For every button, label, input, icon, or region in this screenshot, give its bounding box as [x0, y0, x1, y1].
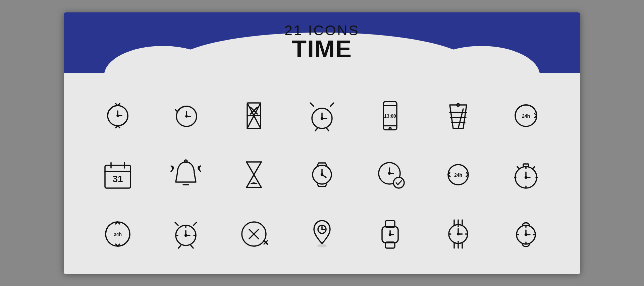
icon-phone-time: 13:00	[370, 96, 410, 136]
svg-point-106	[525, 234, 527, 236]
svg-point-70	[185, 235, 187, 236]
svg-text:31: 31	[113, 174, 123, 184]
svg-text:24h: 24h	[522, 113, 530, 119]
svg-point-44	[321, 174, 323, 176]
icon-ringing-bell	[166, 155, 206, 195]
svg-line-66	[194, 222, 197, 225]
svg-line-65	[175, 222, 178, 225]
svg-point-23	[389, 127, 391, 129]
svg-point-48	[388, 173, 390, 174]
icon-analog-watch	[438, 214, 478, 254]
svg-line-71	[178, 245, 181, 248]
svg-line-18	[315, 128, 317, 131]
icon-round-watch	[506, 214, 546, 254]
main-frame: 21 ICONS TIME	[64, 12, 580, 274]
icon-alarm-clock-2	[166, 214, 206, 254]
svg-point-38	[184, 160, 187, 163]
svg-text:13:00: 13:00	[384, 113, 396, 119]
svg-point-17	[321, 117, 323, 119]
svg-text:24h: 24h	[114, 232, 122, 237]
icon-smartwatch	[370, 214, 410, 254]
icon-cancel-clock	[234, 214, 274, 254]
icon-row-3: 24h	[84, 214, 560, 254]
icon-row-2: 31	[84, 155, 560, 195]
icon-hourglass	[234, 155, 274, 195]
svg-point-3	[117, 115, 118, 116]
icons-area: 13:00	[64, 83, 580, 267]
svg-text:24h: 24h	[454, 172, 462, 178]
svg-line-19	[327, 128, 329, 131]
icon-hourglass-x	[234, 96, 274, 136]
svg-point-82	[317, 244, 327, 247]
icon-alarm-clock	[302, 96, 342, 136]
icon-clock-check	[370, 155, 410, 195]
icon-24h-arrows: 24h	[438, 155, 478, 195]
icon-24h-circular: 24h	[506, 96, 546, 136]
svg-line-72	[191, 245, 193, 248]
icon-location-clock	[302, 214, 342, 254]
title-bottom: TIME	[238, 37, 406, 61]
svg-point-88	[389, 234, 391, 236]
icon-stopwatch	[506, 155, 546, 195]
icon-calendar-31: 31	[98, 155, 138, 195]
icon-metronome	[438, 96, 478, 136]
title-area: 21 ICONS TIME	[238, 22, 406, 61]
svg-point-98	[457, 233, 459, 235]
icon-refresh-clock	[98, 96, 138, 136]
svg-line-12	[310, 103, 314, 106]
svg-line-55	[533, 167, 535, 169]
svg-point-49	[393, 177, 404, 188]
svg-point-58	[525, 177, 527, 178]
icon-wristwatch	[302, 155, 342, 195]
icon-undo-clock	[166, 96, 206, 136]
svg-line-54	[517, 167, 519, 169]
svg-point-7	[186, 116, 187, 117]
svg-line-13	[330, 103, 334, 106]
icon-24h-cycle: 24h	[98, 214, 138, 254]
icon-row-1: 13:00	[84, 96, 560, 136]
